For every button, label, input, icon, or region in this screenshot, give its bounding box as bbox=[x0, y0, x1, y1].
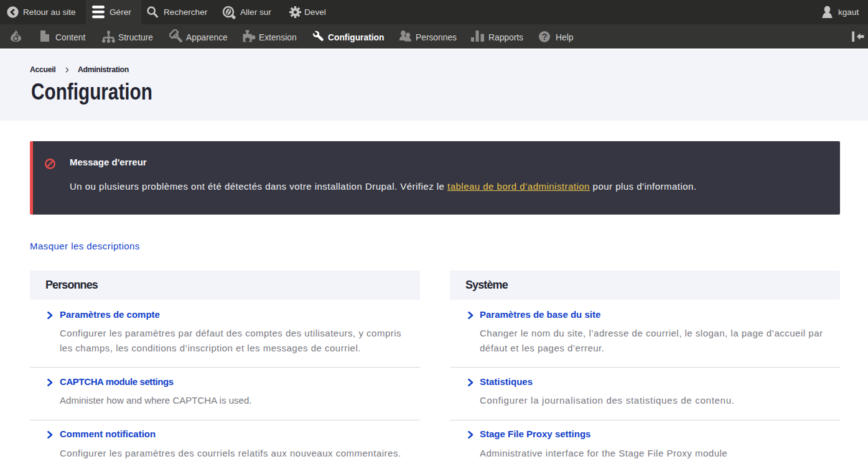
svg-text:?: ? bbox=[542, 32, 548, 42]
